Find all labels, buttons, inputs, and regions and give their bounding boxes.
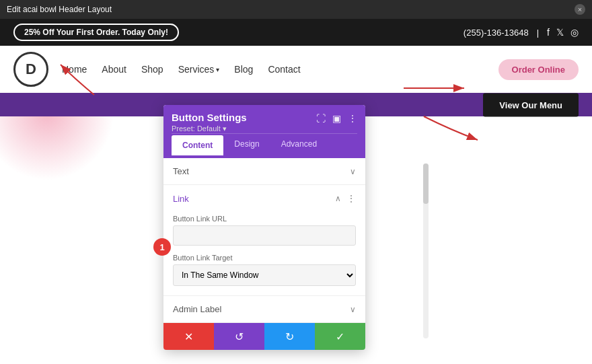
link-section-title: Link <box>173 194 189 204</box>
panel-body: Text ∨ Link ∧ ⋮ Button Link URL Button L… <box>163 158 365 323</box>
nav-contact[interactable]: Contact <box>268 64 300 75</box>
instagram-icon[interactable]: ◎ <box>570 27 579 38</box>
link-section: Link ∧ ⋮ Button Link URL Button Link Tar… <box>163 185 365 296</box>
step-badge: 1 <box>153 238 171 256</box>
url-input[interactable] <box>173 225 356 246</box>
settings-panel: Button Settings Preset: Default ▾ ⛶ ▣ ⋮ … <box>163 105 365 350</box>
admin-section-header[interactable]: Admin Label ∨ <box>163 296 365 322</box>
cancel-button[interactable]: ✕ <box>163 323 214 350</box>
target-select[interactable]: In The Same Window In The New Tab <box>173 264 356 286</box>
panel-scroll-thumb[interactable] <box>423 163 429 204</box>
nav-links: Home About Shop Services ▾ Blog Contact <box>62 64 498 75</box>
confirm-button[interactable]: ✓ <box>315 323 365 350</box>
tab-design[interactable]: Design <box>223 134 270 155</box>
panel-title: Button Settings <box>172 112 247 123</box>
divider: | <box>537 28 539 38</box>
url-label: Button Link URL <box>173 215 356 223</box>
announcement-bar: 25% Off Your First Order. Today Only! (2… <box>0 19 592 46</box>
responsive-icon[interactable]: ▣ <box>332 113 341 124</box>
order-online-button[interactable]: Order Online <box>498 59 579 80</box>
panel-header: Button Settings Preset: Default ▾ ⛶ ▣ ⋮ … <box>163 105 365 158</box>
admin-section-chevron: ∨ <box>350 305 356 314</box>
panel-footer: ✕ ↺ ↻ ✓ <box>163 323 365 350</box>
tab-advanced[interactable]: Advanced <box>270 134 328 155</box>
more-options-icon[interactable]: ⋮ <box>348 113 357 124</box>
nav-bar: D Home About Shop Services ▾ Blog Contac… <box>0 46 592 93</box>
text-section-header[interactable]: Text ∨ <box>163 158 365 184</box>
nav-services[interactable]: Services ▾ <box>178 64 220 75</box>
admin-section: Admin Label ∨ <box>163 296 365 323</box>
panel-tabs: Content Design Advanced <box>172 133 357 155</box>
admin-section-title: Admin Label <box>173 304 221 314</box>
website-preview: 25% Off Your First Order. Today Only! (2… <box>0 19 592 364</box>
panel-scrollbar[interactable] <box>423 163 429 338</box>
close-button[interactable]: × <box>575 4 585 15</box>
logo: D <box>13 52 48 87</box>
title-bar-label: Edit acai bowl Header Layout <box>7 5 112 14</box>
redo-button[interactable]: ↻ <box>264 323 315 350</box>
nav-shop[interactable]: Shop <box>141 64 163 75</box>
contact-info: (255)-136-13648 | f 𝕏 ◎ <box>464 27 579 38</box>
link-section-header[interactable]: Link ∧ ⋮ <box>163 185 365 212</box>
nav-blog[interactable]: Blog <box>234 64 253 75</box>
facebook-icon[interactable]: f <box>547 27 550 38</box>
view-menu-button[interactable]: View Our Menu <box>483 93 579 116</box>
undo-button[interactable]: ↺ <box>214 323 264 350</box>
fullscreen-icon[interactable]: ⛶ <box>316 113 326 124</box>
panel-preset: Preset: Default ▾ <box>172 124 247 133</box>
title-bar: Edit acai bowl Header Layout × <box>0 0 592 19</box>
social-icons: f 𝕏 ◎ <box>547 27 579 38</box>
nav-about[interactable]: About <box>102 64 126 75</box>
services-dropdown-arrow: ▾ <box>216 66 219 73</box>
text-section-title: Text <box>173 166 189 176</box>
target-label: Button Link Target <box>173 254 356 262</box>
text-section: Text ∨ <box>163 158 365 185</box>
promo-pill: 25% Off Your First Order. Today Only! <box>13 24 179 41</box>
tab-content[interactable]: Content <box>172 135 223 155</box>
link-section-more[interactable]: ⋮ <box>346 193 356 204</box>
link-section-chevron: ∧ <box>335 194 341 203</box>
phone-number: (255)-136-13648 <box>464 28 529 38</box>
nav-home[interactable]: Home <box>62 64 87 75</box>
twitter-icon[interactable]: 𝕏 <box>556 27 564 38</box>
link-section-content: Button Link URL Button Link Target In Th… <box>163 212 365 295</box>
text-section-chevron: ∨ <box>350 167 356 176</box>
